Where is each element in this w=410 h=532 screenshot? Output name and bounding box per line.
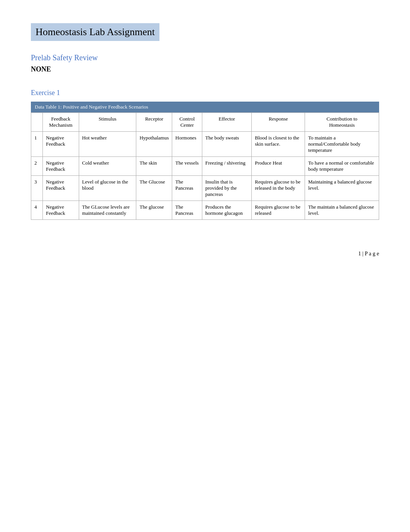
prelab-title: Prelab Safety Review <box>31 53 379 62</box>
row-contribution: Maintaining a balanced glucose level. <box>305 176 379 201</box>
table-header-bar: Data Table 1: Positive and Negative Feed… <box>31 102 379 112</box>
row-stimulus: Cold weather <box>79 157 136 176</box>
row-receptor: Hypothalamus <box>136 132 172 157</box>
row-effector: The body sweats <box>202 132 252 157</box>
row-feedback: Negative Feedback <box>43 157 79 176</box>
row-feedback: Negative Feedback <box>43 132 79 157</box>
table-row: 4Negative FeedbackThe GLucose levels are… <box>31 201 379 220</box>
table-body: 1Negative FeedbackHot weatherHypothalamu… <box>31 132 379 220</box>
row-num: 4 <box>31 201 43 220</box>
col-effector: Effector <box>202 113 252 132</box>
data-table: FeedbackMechanism Stimulus Receptor Cont… <box>31 112 379 220</box>
row-response: Requires glucose to be released <box>252 201 305 220</box>
page-footer: 1 | P a g e <box>31 251 379 257</box>
prelab-content: NONE <box>31 65 379 73</box>
row-control: The Pancreas <box>172 201 202 220</box>
table-container: Data Table 1: Positive and Negative Feed… <box>31 102 379 220</box>
col-contribution: Contribution toHomeostasis <box>305 113 379 132</box>
prelab-section: Prelab Safety Review NONE <box>31 53 379 73</box>
col-num <box>31 113 43 132</box>
row-num: 1 <box>31 132 43 157</box>
row-contribution: To maintain a normal/Comfortable body te… <box>305 132 379 157</box>
page-title-wrapper: Homeostasis Lab Assignment <box>31 23 159 41</box>
row-effector: Freezing / shivering <box>202 157 252 176</box>
row-stimulus: Hot weather <box>79 132 136 157</box>
col-receptor: Receptor <box>136 113 172 132</box>
row-control: The vessels <box>172 157 202 176</box>
row-control: The Pancreas <box>172 176 202 201</box>
row-effector: Insulin that is provided by the pancreas <box>202 176 252 201</box>
row-stimulus: Level of glucose in the blood <box>79 176 136 201</box>
table-row: 2Negative FeedbackCold weatherThe skinTh… <box>31 157 379 176</box>
table-row: 3Negative FeedbackLevel of glucose in th… <box>31 176 379 201</box>
row-response: Produce Heat <box>252 157 305 176</box>
table-header-row: FeedbackMechanism Stimulus Receptor Cont… <box>31 113 379 132</box>
row-stimulus: The GLucose levels are maintained consta… <box>79 201 136 220</box>
col-response: Response <box>252 113 305 132</box>
page-number: 1 | P a g e <box>358 251 379 257</box>
row-receptor: The glucose <box>136 201 172 220</box>
row-response: Requires glucose to be released in the b… <box>252 176 305 201</box>
page-title: Homeostasis Lab Assignment <box>36 26 155 38</box>
row-feedback: Negative Feedback <box>43 201 79 220</box>
row-contribution: To have a normal or comfortable body tem… <box>305 157 379 176</box>
row-contribution: The maintain a balanced glucose level. <box>305 201 379 220</box>
row-response: Blood is closest to the skin surface. <box>252 132 305 157</box>
col-control: ControlCenter <box>172 113 202 132</box>
table-row: 1Negative FeedbackHot weatherHypothalamu… <box>31 132 379 157</box>
row-feedback: Negative Feedback <box>43 176 79 201</box>
exercise-title: Exercise 1 <box>31 89 379 97</box>
row-control: Hormones <box>172 132 202 157</box>
col-feedback: FeedbackMechanism <box>43 113 79 132</box>
exercise-section: Exercise 1 Data Table 1: Positive and Ne… <box>31 89 379 220</box>
row-num: 3 <box>31 176 43 201</box>
row-num: 2 <box>31 157 43 176</box>
col-stimulus: Stimulus <box>79 113 136 132</box>
row-receptor: The Glucose <box>136 176 172 201</box>
row-receptor: The skin <box>136 157 172 176</box>
row-effector: Produces the hormone glucagon <box>202 201 252 220</box>
